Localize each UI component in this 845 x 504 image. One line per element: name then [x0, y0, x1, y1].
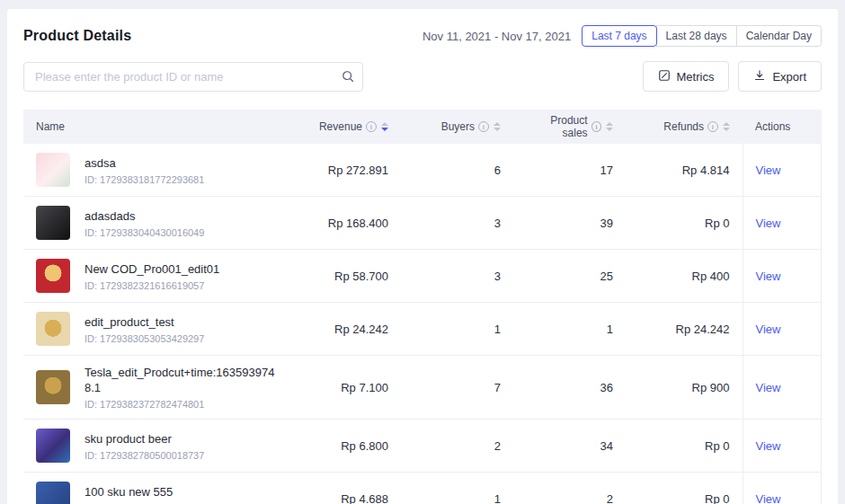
- refunds-cell: Rp 400: [626, 250, 743, 303]
- actions-cell: View: [743, 144, 822, 197]
- info-icon[interactable]: i: [366, 121, 377, 132]
- export-button[interactable]: Export: [738, 61, 822, 92]
- toolbar: Metrics Export: [23, 61, 822, 92]
- table-row: edit_product_test ID: 172938305305342929…: [23, 303, 822, 356]
- actions-cell: View: [743, 473, 822, 504]
- view-link[interactable]: View: [756, 381, 781, 394]
- revenue-cell: Rp 168.400: [293, 197, 401, 250]
- metrics-button[interactable]: Metrics: [643, 61, 730, 92]
- product-name: 100 sku new 555: [84, 484, 173, 500]
- name-cell: 100 sku new 555 ID: 1729383: [23, 473, 293, 504]
- buyers-cell: 6: [401, 144, 513, 197]
- table-header-row: NameRevenueiBuyersiProduct salesiRefunds…: [23, 110, 822, 144]
- product-details-panel: Product Details Nov 11, 2021 - Nov 17, 2…: [7, 9, 838, 504]
- actions-cell: View: [743, 420, 822, 473]
- product-id: ID: 1729383181772293681: [84, 174, 204, 185]
- range-tab-calendar-day[interactable]: Calendar Day: [736, 25, 822, 47]
- product-thumbnail: [36, 153, 70, 187]
- product-sales-cell: 17: [513, 144, 626, 197]
- product-sales-cell: 2: [513, 473, 626, 504]
- page-header: Product Details Nov 11, 2021 - Nov 17, 2…: [23, 25, 822, 47]
- product-thumbnail: [36, 482, 70, 504]
- product-name: adasdads: [84, 208, 204, 224]
- buyers-cell: 1: [401, 473, 513, 504]
- view-link[interactable]: View: [756, 439, 781, 453]
- column-label: Buyers: [441, 120, 475, 133]
- product-name: edit_product_test: [84, 314, 204, 330]
- actions-cell: View: [743, 250, 822, 303]
- info-icon[interactable]: i: [707, 121, 718, 132]
- column-header-actions: Actions: [743, 110, 822, 144]
- actions-cell: View: [743, 303, 822, 356]
- search-box: [23, 62, 363, 92]
- product-sales-cell: 1: [513, 303, 626, 356]
- info-icon[interactable]: i: [478, 121, 489, 132]
- export-button-label: Export: [772, 70, 806, 84]
- name-cell: adasdads ID: 1729383040430016049: [23, 197, 293, 250]
- product-name: New COD_Pro001_edit01: [84, 261, 219, 277]
- column-header-revenue: Revenuei: [293, 110, 401, 144]
- view-link[interactable]: View: [756, 164, 781, 177]
- product-id: ID: 1729382372782474801: [84, 399, 280, 410]
- metrics-icon: [658, 69, 671, 84]
- view-link[interactable]: View: [756, 270, 781, 283]
- buyers-cell: 7: [401, 356, 513, 420]
- product-thumbnail: [36, 206, 70, 240]
- info-icon[interactable]: i: [592, 121, 601, 132]
- refunds-cell: Rp 0: [626, 473, 743, 504]
- revenue-cell: Rp 6.800: [293, 420, 401, 473]
- sort-icon[interactable]: [606, 122, 613, 131]
- product-sales-cell: 36: [513, 356, 626, 420]
- table-row: Tesla_edit_Prodcut+time:1635939748.1 ID:…: [23, 356, 822, 420]
- table-row: New COD_Pro001_edit01 ID: 17293823216166…: [23, 250, 822, 303]
- date-range-text: Nov 11, 2021 - Nov 17, 2021: [422, 30, 571, 43]
- view-link[interactable]: View: [756, 323, 781, 336]
- revenue-cell: Rp 7.100: [293, 356, 401, 420]
- search-input[interactable]: [23, 62, 363, 92]
- buyers-cell: 3: [401, 197, 513, 250]
- sort-icon[interactable]: [494, 122, 501, 131]
- product-id: ID: 1729382780500018737: [84, 450, 204, 461]
- actions-cell: View: [743, 197, 822, 250]
- column-label: Name: [36, 120, 65, 133]
- product-table: NameRevenueiBuyersiProduct salesiRefunds…: [23, 110, 822, 504]
- name-cell: New COD_Pro001_edit01 ID: 17293823216166…: [23, 250, 293, 303]
- table-row: sku product beer ID: 1729382780500018737…: [23, 420, 822, 473]
- view-link[interactable]: View: [756, 217, 781, 230]
- buyers-cell: 1: [401, 303, 513, 356]
- table-row: 100 sku new 555 ID: 1729383 Rp 4.688 1 2…: [23, 473, 822, 504]
- page-title: Product Details: [23, 28, 131, 44]
- product-thumbnail: [36, 370, 70, 404]
- range-tab-last-7-days[interactable]: Last 7 days: [582, 25, 656, 47]
- name-cell: edit_product_test ID: 172938305305342929…: [23, 303, 293, 356]
- product-sales-cell: 34: [513, 420, 626, 473]
- product-name: Tesla_edit_Prodcut+time:1635939748.1: [84, 365, 280, 395]
- product-name: asdsa: [84, 155, 204, 171]
- table-row: adasdads ID: 1729383040430016049 Rp 168.…: [23, 197, 822, 250]
- view-link[interactable]: View: [756, 492, 781, 504]
- product-sales-cell: 25: [513, 250, 626, 303]
- column-label: Actions: [755, 120, 790, 133]
- download-icon: [753, 69, 766, 84]
- name-cell: asdsa ID: 1729383181772293681: [23, 144, 293, 197]
- refunds-cell: Rp 24.242: [626, 303, 743, 356]
- column-label: Product sales: [526, 114, 588, 139]
- date-range-segmented-control: Last 7 days Last 28 days Calendar Day: [582, 25, 822, 47]
- revenue-cell: Rp 272.891: [293, 144, 401, 197]
- name-cell: sku product beer ID: 1729382780500018737: [23, 420, 293, 473]
- range-tab-last-28-days[interactable]: Last 28 days: [656, 25, 737, 47]
- column-header-product-sales: Product salesi: [513, 110, 626, 144]
- product-thumbnail: [36, 429, 70, 463]
- sort-icon[interactable]: [381, 122, 388, 131]
- product-name: sku product beer: [84, 431, 204, 447]
- sort-icon[interactable]: [723, 122, 730, 131]
- actions-cell: View: [743, 356, 822, 420]
- column-header-buyers: Buyersi: [401, 110, 513, 144]
- name-cell: Tesla_edit_Prodcut+time:1635939748.1 ID:…: [23, 356, 293, 420]
- table-row: asdsa ID: 1729383181772293681 Rp 272.891…: [23, 144, 822, 197]
- revenue-cell: Rp 24.242: [293, 303, 401, 356]
- revenue-cell: Rp 58.700: [293, 250, 401, 303]
- metrics-button-label: Metrics: [677, 70, 715, 84]
- column-header-name: Name: [23, 110, 293, 144]
- search-icon[interactable]: [342, 70, 354, 86]
